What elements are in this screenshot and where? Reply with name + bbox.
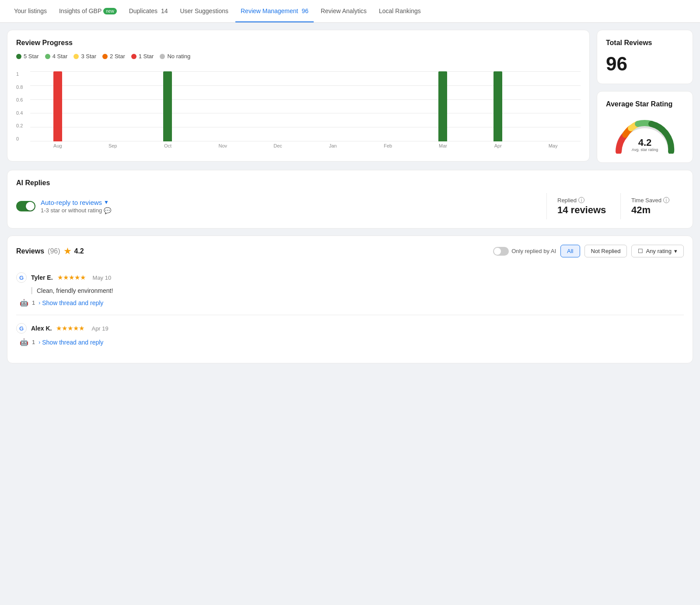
reply-count: 1 (32, 299, 35, 306)
right-panel: Total Reviews 96 Average Star Rating (597, 30, 693, 163)
toggle-thumb (26, 202, 35, 211)
x-label: May (525, 143, 581, 148)
page: Review Progress 5 Star4 Star3 Star2 Star… (0, 23, 700, 370)
review-stars: ★★★★★ (56, 324, 84, 332)
filter-not-replied-button[interactable]: Not Replied (584, 245, 627, 257)
count-badge: 14 (159, 7, 168, 14)
legend-label: 2 Star (110, 53, 125, 60)
reviewer-name: Alex K. (31, 325, 52, 332)
legend-dot (74, 54, 79, 59)
show-thread-label: Show thread and reply (42, 339, 103, 346)
reviews-section-card: Reviews (96) ★ 4.2 Only replied by AI Al… (7, 236, 693, 363)
review-item: G Alex K. ★★★★★ Apr 19 🤖 1 › Show thread… (16, 315, 684, 354)
y-label: 0.2 (16, 123, 30, 128)
google-icon: G (16, 323, 27, 334)
comment-icon: 💬 (104, 207, 111, 214)
bars-container (30, 71, 581, 141)
reviews-header: Reviews (96) ★ 4.2 Only replied by AI Al… (16, 245, 684, 257)
divider (546, 193, 547, 219)
replied-info-icon[interactable]: i (578, 197, 584, 203)
bar-group (360, 71, 416, 141)
bar-group (305, 71, 360, 141)
show-thread-label: Show thread and reply (42, 299, 103, 306)
x-labels: AugSepOctNovDecJanFebMarAprMay (16, 143, 581, 148)
total-reviews-card: Total Reviews 96 (597, 30, 693, 84)
legend-item: No rating (160, 53, 190, 60)
auto-reply-label[interactable]: Auto-reply to reviews ▼ (41, 199, 111, 206)
chevron-right-icon: › (38, 339, 40, 345)
reply-icon: 🤖 (20, 299, 28, 307)
review-header-row: G Tyler E. ★★★★★ May 10 (16, 272, 684, 283)
review-actions: 🤖 1 › Show thread and reply (20, 299, 684, 307)
left-panel: Review Progress 5 Star4 Star3 Star2 Star… (7, 30, 590, 163)
legend-dot (102, 54, 108, 59)
divider2 (620, 193, 621, 219)
chart-bar (438, 71, 447, 141)
review-progress-title: Review Progress (16, 39, 581, 47)
x-label: Feb (360, 143, 416, 148)
bar-group (250, 71, 305, 141)
time-saved-info-icon[interactable]: i (663, 197, 669, 203)
ai-left: Auto-reply to reviews ▼ 1-3 star or with… (16, 199, 536, 214)
legend-dot (160, 54, 165, 59)
replied-value: 14 reviews (557, 204, 610, 216)
x-label: Aug (30, 143, 85, 148)
main-row: Review Progress 5 Star4 Star3 Star2 Star… (7, 30, 693, 163)
nav-item-duplicates[interactable]: Duplicates 14 (124, 0, 173, 22)
nav-item-review-analytics[interactable]: Review Analytics (315, 0, 372, 22)
review-progress-card: Review Progress 5 Star4 Star3 Star2 Star… (7, 30, 590, 162)
nav-item-your-listings[interactable]: Your listings (9, 0, 52, 22)
legend-label: 3 Star (81, 53, 96, 60)
new-badge: new (103, 8, 116, 14)
google-icon: G (16, 272, 27, 283)
legend: 5 Star4 Star3 Star2 Star1 StarNo rating (16, 53, 581, 60)
avg-rating-value: 4.2 (74, 247, 84, 255)
x-label: Oct (140, 143, 196, 148)
bar-group (140, 71, 196, 141)
bar-group (30, 71, 85, 141)
legend-item: 5 Star (16, 53, 39, 60)
dropdown-chevron-icon: ▾ (674, 248, 677, 254)
time-saved-stat: Time Saved i 42m (631, 197, 684, 216)
legend-label: 4 Star (52, 53, 68, 60)
show-thread-button[interactable]: › Show thread and reply (38, 299, 103, 306)
legend-dot (131, 54, 136, 59)
review-item: G Tyler E. ★★★★★ May 10 Clean, friendly … (16, 264, 684, 315)
review-header-row: G Alex K. ★★★★★ Apr 19 (16, 323, 684, 334)
svg-text:4.2: 4.2 (638, 137, 652, 148)
review-text: Clean, friendly environment! (31, 287, 684, 294)
reply-count: 1 (32, 339, 35, 345)
ai-replied-toggle[interactable] (493, 247, 509, 256)
nav-item-local-rankings[interactable]: Local Rankings (374, 0, 426, 22)
chart-container: 0 0.2 0.4 0.6 0.8 1 (16, 65, 581, 152)
replied-label: Replied i (557, 197, 610, 204)
time-saved-value: 42m (631, 204, 684, 216)
total-reviews-title: Total Reviews (606, 39, 684, 47)
legend-item: 1 Star (131, 53, 154, 60)
svg-text:Avg. star rating: Avg. star rating (632, 148, 658, 152)
nav-item-review-management[interactable]: Review Management 96 (235, 0, 314, 22)
legend-label: 5 Star (24, 53, 39, 60)
toggle-small-thumb (494, 248, 501, 255)
avg-star-rating-title: Average Star Rating (606, 100, 684, 108)
review-stars: ★★★★★ (57, 274, 86, 281)
y-axis: 0 0.2 0.4 0.6 0.8 1 (16, 71, 30, 141)
x-label: Nov (195, 143, 250, 148)
reviews-title: Reviews (96) ★ 4.2 (16, 246, 84, 256)
nav-item-user-suggestions[interactable]: User Suggestions (175, 0, 234, 22)
review-date: Apr 19 (91, 325, 108, 332)
ai-replies-title: AI Replies (16, 179, 684, 187)
show-thread-button[interactable]: › Show thread and reply (38, 339, 103, 346)
nav-item-insights-of-gbp[interactable]: Insights of GBPnew (54, 0, 122, 22)
filter-all-button[interactable]: All (560, 245, 580, 257)
ai-filter-toggle: Only replied by AI (493, 247, 556, 256)
bars-area (30, 71, 581, 141)
auto-reply-toggle[interactable] (16, 201, 35, 211)
rating-filter-dropdown[interactable]: ☐ Any rating ▾ (631, 245, 684, 257)
y-label: 1 (16, 71, 30, 77)
legend-label: 1 Star (139, 53, 154, 60)
legend-item: 2 Star (102, 53, 125, 60)
avg-star-rating-card: Average Star Rating (597, 91, 693, 163)
gauge-svg: 4.2 Avg. star rating (610, 114, 680, 154)
x-label: Mar (416, 143, 471, 148)
